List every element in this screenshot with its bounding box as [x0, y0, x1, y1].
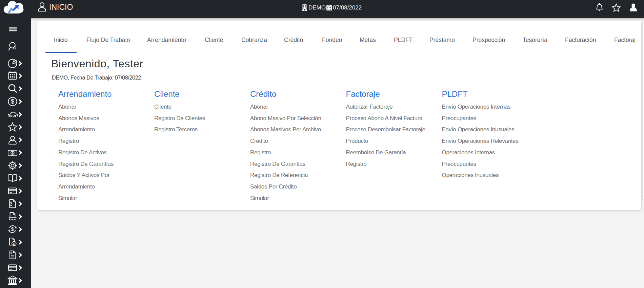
svg-text:$: $ [13, 242, 15, 245]
svg-text:$: $ [10, 251, 12, 255]
svg-text:$: $ [11, 98, 14, 105]
svg-text:$: $ [12, 151, 14, 155]
svg-text:$: $ [11, 226, 14, 232]
